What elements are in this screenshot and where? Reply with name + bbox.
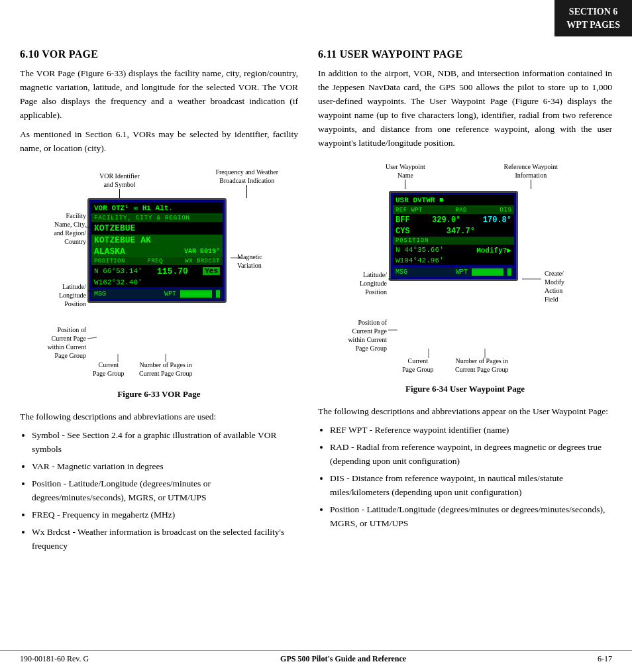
vor-para3: The following descriptions and abbreviat… — [20, 410, 298, 424]
annot-usr-cur-page-grp: CurrentPage Group — [402, 357, 434, 374]
annot-usr-num-pages: Number of Pages inCurrent Page Group — [455, 357, 509, 374]
footer-right: 6-17 — [598, 654, 612, 664]
usr-bullet-2: RAD - Radial from reference waypoint, in… — [330, 441, 612, 469]
usr-bullet-3: DIS - Distance from reference waypoint, … — [330, 472, 612, 500]
vor-bullet-1: Symbol - See Section 2.4 for a graphic i… — [32, 429, 298, 457]
annot-usr-pos-page: Position ofCurrent Pagewithin CurrentPag… — [346, 318, 387, 353]
vor-para2: As mentioned in Section 6.1, VORs may be… — [20, 128, 298, 156]
section-header-line2: WPT PAGES — [566, 19, 620, 32]
vor-gps-screen: VOR OTZ¹ ✉ Hi Alt. FACILITY, CITY & REGI… — [87, 198, 227, 303]
vor-page-title: 6.10 VOR PAGE — [20, 48, 298, 60]
left-column: 6.10 VOR PAGE The VOR Page (Figure 6-33)… — [20, 48, 298, 557]
page-footer: 190-00181-60 Rev. G GPS 500 Pilot's Guid… — [0, 650, 632, 664]
annot-freq-wx: Frequency and WeatherBroadcast Indicatio… — [215, 168, 278, 198]
svg-line-3 — [87, 337, 97, 339]
usr-para1: In addition to the airport, VOR, NDB, an… — [318, 67, 612, 150]
figure-6-34-caption: Figure 6-34 User Waypoint Page — [318, 384, 612, 394]
usr-para3: The following descriptions and abbreviat… — [318, 405, 612, 419]
figure-6-33-caption: Figure 6-33 VOR Page — [20, 389, 298, 400]
annot-usr-lat-lon: Latitude/LongitudePosition — [346, 270, 387, 296]
section-header: SECTION 6 WPT PAGES — [554, 0, 632, 36]
usr-bullets: REF WPT - Reference waypoint identifier … — [330, 423, 612, 530]
annot-usr-wpt-name: User WaypointName — [386, 162, 425, 189]
annot-lat-lon: Latitude/LongitudePosition — [33, 282, 86, 308]
footer-left: 190-00181-60 Rev. G — [20, 654, 89, 664]
annot-num-pages: Number of Pages inCurrent Page Group — [139, 361, 193, 378]
annot-cur-page-grp: CurrentPage Group — [93, 361, 125, 378]
vor-bullet-4: FREQ - Frequency in megahertz (MHz) — [32, 508, 298, 522]
figure-6-34: User WaypointName Reference WaypointInfo… — [318, 161, 612, 394]
right-column: 6.11 USER WAYPOINT PAGE In addition to t… — [318, 48, 612, 557]
vor-bullet-2: VAR - Magnetic variation in degrees — [32, 460, 298, 474]
annot-mag-var: MagneticVariation — [237, 252, 284, 270]
usr-bullet-1: REF WPT - Reference waypoint identifier … — [330, 423, 612, 437]
usr-page-title: 6.11 USER WAYPOINT PAGE — [318, 48, 612, 60]
annot-pos-page: Position ofCurrent Pagewithin CurrentPag… — [33, 325, 86, 360]
vor-bullets: Symbol - See Section 2.4 for a graphic i… — [32, 429, 298, 553]
footer-center: GPS 500 Pilot's Guide and Reference — [280, 654, 406, 664]
annot-facility: FacilityName, City,and Region/Country — [33, 211, 86, 246]
usr-bullet-4: Position - Latitude/Longitude (degrees/m… — [330, 503, 612, 531]
usr-gps-screen: USR DVTWR ■ REF WPT RAD DIS BFF 329.0° 1… — [389, 191, 518, 281]
section-header-line1: SECTION 6 — [566, 5, 620, 19]
annot-create-mod: Create/ModifyActionField — [545, 269, 584, 304]
figure-6-33: VOR Identifierand Symbol Frequency and W… — [20, 166, 298, 400]
vor-bullet-5: Wx Brdcst - Weather information is broad… — [32, 526, 298, 553]
vor-para1: The VOR Page (Figure 6-33) displays the … — [20, 67, 298, 123]
vor-bullet-3: Position - Latitude/Longitude (degrees/m… — [32, 477, 298, 505]
vor-screen-top: VOR OTZ¹ ✉ Hi Alt. — [94, 203, 173, 212]
annot-ref-wpt-info: Reference WaypointInformation — [504, 162, 558, 189]
